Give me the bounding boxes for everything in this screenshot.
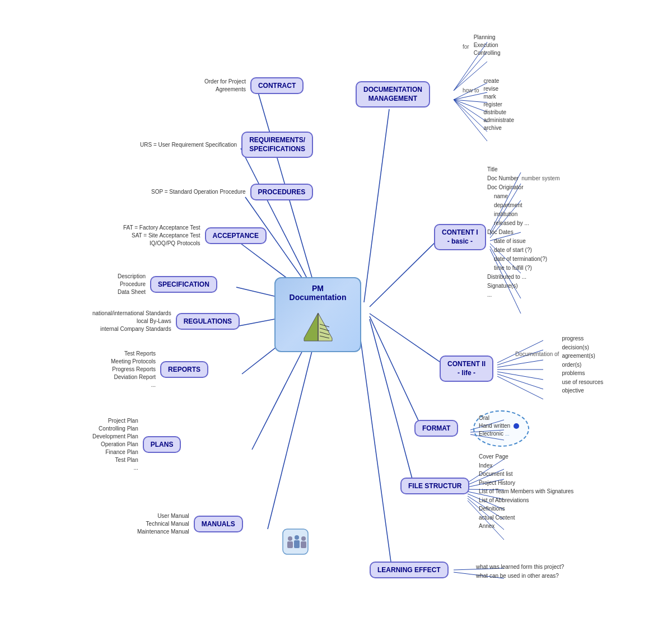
contract-details: Order for Project Agreements	[204, 78, 246, 93]
handwritten-item: Hand written	[479, 422, 519, 430]
cb-title: Title	[487, 165, 560, 174]
fat-label: FAT = Factory Acceptance Test	[123, 224, 200, 232]
doc-of-items: progress decision(s) agreement(s) order(…	[562, 334, 603, 395]
problems-item: problems	[562, 369, 603, 378]
content-life-node: CONTENT II- life -	[440, 356, 493, 382]
acceptance-details: FAT = Factory Acceptance Test SAT = Site…	[123, 224, 200, 247]
for-text: for	[463, 34, 469, 50]
requirements-node: URS = User Requirement Specification REQ…	[140, 132, 313, 158]
development-plan: Development Plan	[92, 433, 138, 441]
distribute-item: distribute	[483, 109, 514, 116]
svg-point-65	[301, 536, 306, 541]
used-item: what can be used in other areas?	[476, 572, 564, 581]
svg-line-13	[370, 319, 414, 487]
archive-item: archive	[483, 124, 514, 132]
operation-plan: Operation Plan	[92, 441, 138, 448]
cb-signatures: Signature(s)	[487, 282, 560, 291]
learning-effect-node: LEARNING EFFECT	[370, 562, 449, 578]
doc-management-node: DOCUMENTATIONMANAGEMENT	[356, 81, 430, 107]
manuals-node: User Manual Technical Manual Maintenance…	[137, 512, 243, 536]
sat-label: SAT = Site Acceptance Test	[123, 232, 200, 240]
center-node: PM Documentation	[274, 277, 361, 352]
handwritten-dot	[514, 423, 519, 429]
cb-docdates: Doc Dates	[487, 228, 560, 237]
cb-time-fulfill: time to fulfill (?)	[494, 264, 560, 273]
test-reports: Test Reports	[111, 350, 156, 358]
howto-items: create revise mark register distribute a…	[483, 77, 514, 132]
project-plan: Project Plan	[92, 417, 138, 425]
procedure-label: Procedure	[118, 280, 146, 288]
manuals-box: MANUALS	[194, 516, 243, 532]
administrate-item: administrate	[483, 116, 514, 124]
create-item: create	[483, 77, 514, 85]
svg-rect-62	[287, 541, 293, 548]
doc-management-box: DOCUMENTATIONMANAGEMENT	[356, 81, 430, 107]
procedures-details: SOP = Standard Operation Procedure	[151, 188, 246, 196]
progress-reports: Progress Reports	[111, 366, 156, 373]
annex: Annex	[479, 522, 573, 531]
test-plan: Test Plan	[92, 456, 138, 464]
actual-content: actual Content	[479, 513, 573, 522]
file-structur-box: FILE STRUCTUR	[400, 478, 469, 494]
doc-howto-label: how to create revise mark register distr…	[463, 77, 514, 132]
cb-distributed: Distributed to ...	[487, 273, 560, 282]
definitions: Definitions	[479, 504, 573, 513]
reports-box: REPORTS	[160, 361, 208, 378]
meeting-protocols: Meeting Protocols	[111, 358, 156, 366]
center-title: PM Documentation	[290, 284, 347, 302]
plans-details: Project Plan Controlling Plan Developmen…	[92, 417, 138, 472]
reports-details: Test Reports Meeting Protocols Progress …	[111, 350, 156, 389]
doc-for-label: for Planning Execution Controlling	[463, 34, 500, 57]
specification-details: Description Procedure Data Sheet	[118, 273, 146, 296]
decisions-item: decision(s)	[562, 343, 603, 352]
svg-line-9	[364, 109, 389, 302]
cb-docnum-label: Doc Number	[487, 174, 519, 183]
internal-standards: internal Company Standards	[92, 325, 171, 333]
svg-line-10	[370, 238, 440, 307]
electronic-item: Electronic ...	[479, 430, 519, 438]
svg-line-14	[358, 324, 392, 570]
finance-plan: Finance Plan	[92, 448, 138, 456]
acceptance-box: ACCEPTANCE	[205, 227, 267, 244]
reports-node: Test Reports Meeting Protocols Progress …	[111, 350, 208, 389]
planning-item: Planning	[474, 34, 501, 41]
format-box: FORMAT	[414, 420, 458, 437]
controlling-plan: Controlling Plan	[92, 425, 138, 433]
resources-item: use of resources	[562, 378, 603, 387]
doc-of-text: Documentation of	[515, 334, 559, 357]
team-members: List of Team Members with Signatures	[479, 487, 573, 496]
natl-standards: national/international Standards	[92, 310, 171, 317]
description-label: Description	[118, 273, 146, 280]
learning-effect-box: LEARNING EFFECT	[370, 562, 449, 578]
cb-ellipsis: ...	[487, 291, 560, 300]
learning-details: what was learned form this project? what…	[476, 563, 564, 581]
cover-page: Cover Page	[479, 452, 573, 461]
svg-line-8	[268, 322, 319, 529]
plans-node: Project Plan Controlling Plan Developmen…	[92, 417, 181, 472]
svg-point-63	[295, 535, 299, 540]
oral-item: Oral	[479, 414, 519, 422]
manuals-details: User Manual Technical Manual Maintenance…	[137, 512, 189, 536]
for-items: Planning Execution Controlling	[474, 34, 501, 57]
mark-item: mark	[483, 93, 514, 101]
execution-item: Execution	[474, 41, 501, 49]
cb-numsystem: number system	[521, 174, 559, 183]
contract-node: Order for Project Agreements CONTRACT	[204, 77, 304, 94]
acceptance-node: FAT = Factory Acceptance Test SAT = Site…	[123, 224, 267, 247]
plans-ellipsis: ...	[92, 464, 138, 472]
contract-box: CONTRACT	[250, 77, 304, 94]
file-items: Cover Page Index Document list Project H…	[479, 452, 573, 531]
contract-detail-2: Agreements	[204, 86, 246, 93]
reports-ellipsis: ...	[111, 381, 156, 389]
technical-manual: Technical Manual	[137, 520, 189, 528]
content-life-details: Documentation of progress decision(s) ag…	[515, 334, 603, 395]
cb-docnum-row: Doc Number number system	[487, 174, 560, 183]
file-structur-node: FILE STRUCTUR	[400, 478, 469, 494]
regulations-details: national/international Standards local B…	[92, 310, 171, 333]
svg-rect-66	[301, 541, 306, 548]
register-item: register	[483, 101, 514, 109]
svg-line-12	[370, 316, 423, 430]
contract-detail-1: Order for Project	[204, 78, 246, 86]
user-manual: User Manual	[137, 512, 189, 520]
index-item: Index	[479, 461, 573, 470]
